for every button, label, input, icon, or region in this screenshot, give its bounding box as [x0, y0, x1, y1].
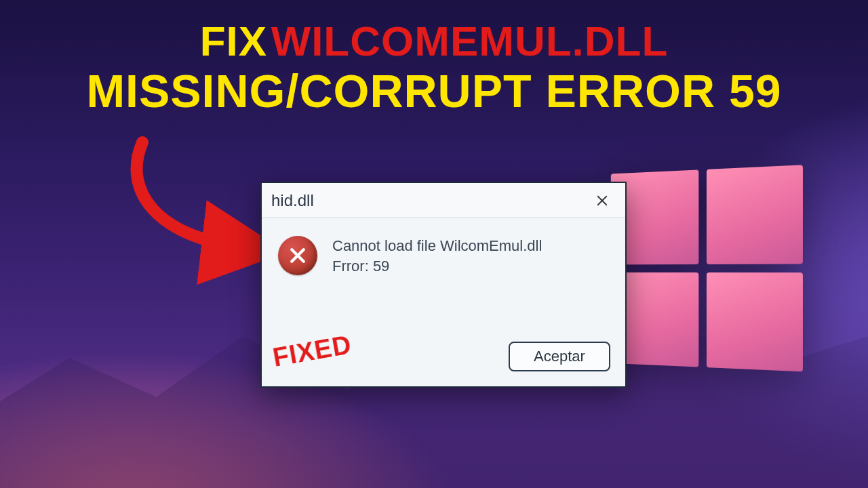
- error-dialog: hid.dll Cannot load file WilcomEmul.dll …: [260, 182, 627, 388]
- accept-button[interactable]: Aceptar: [509, 342, 610, 371]
- dialog-footer: Aceptar: [509, 342, 610, 371]
- error-icon: [278, 236, 317, 275]
- close-icon: [596, 195, 608, 207]
- error-message-line1: Cannot load file WilcomEmul.dll: [332, 237, 542, 254]
- dialog-title: hid.dll: [271, 191, 589, 210]
- headline-fix: FIX: [200, 18, 267, 64]
- dialog-titlebar: hid.dll: [262, 183, 625, 218]
- error-message-line2: Frror: 59: [332, 256, 542, 277]
- headline: FIX WILCOMEMUL.DLL MISSING/CORRUPT ERROR…: [0, 19, 868, 115]
- close-button[interactable]: [589, 187, 616, 214]
- error-message: Cannot load file WilcomEmul.dll Frror: 5…: [332, 236, 542, 276]
- headline-sub: MISSING/CORRUPT ERROR 59: [0, 67, 868, 115]
- headline-dll: WILCOMEMUL.DLL: [271, 18, 669, 64]
- dialog-body: Cannot load file WilcomEmul.dll Frror: 5…: [262, 218, 625, 283]
- arrow-icon: [115, 129, 278, 291]
- fixed-stamp: FIXED: [271, 330, 354, 373]
- windows-logo: [611, 165, 809, 378]
- thumbnail-stage: FIX WILCOMEMUL.DLL MISSING/CORRUPT ERROR…: [0, 0, 868, 488]
